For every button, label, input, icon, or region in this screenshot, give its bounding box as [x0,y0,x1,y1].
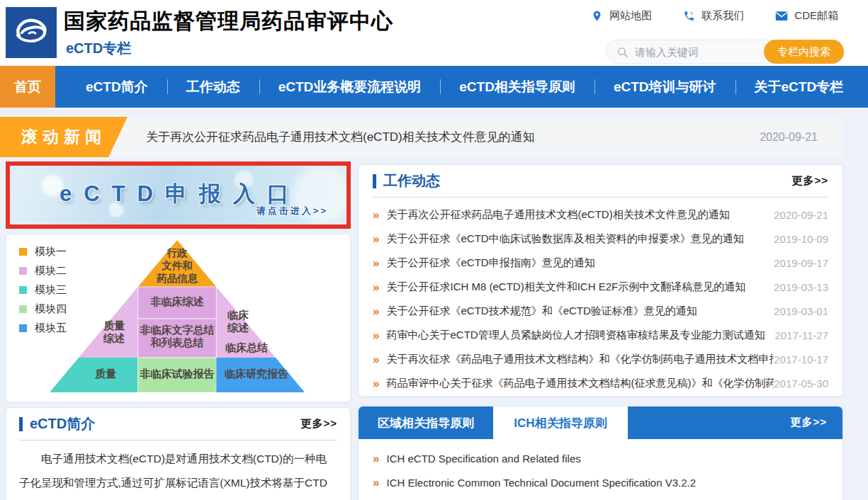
nav-item[interactable]: eCTD简介 [67,66,167,108]
news-list-item[interactable]: » 关于公开征求《eCTD申报指南》意见的通知 2019-09-17 [373,251,828,275]
intro-panel-header: eCTD简介 更多>> [19,408,337,441]
pyramid-block-clinical-summary: 临床总结 [225,341,268,354]
news-panel-title: 工作动态 [383,171,440,191]
site-title: 国家药品监督管理局药品审评中心 [64,7,393,36]
cde-logo [6,7,57,58]
mailbox-label: CDE邮箱 [794,9,838,23]
cde-logo-icon [11,12,52,53]
legend-label: 模块一 [35,245,67,258]
contact-label: 联系我们 [701,9,744,23]
ticker-headline[interactable]: 关于再次公开征求药品电子通用技术文档(eCTD)相关技术文件意见的通知 [146,129,535,145]
sitemap-link[interactable]: 网站地图 [591,9,652,23]
news-item-date: 2017-11-27 [774,329,828,341]
legend-item: 模块二 [19,261,67,280]
nav-item[interactable]: eCTD相关指导原则 [440,66,594,108]
news-list-item[interactable]: » 关于公开征求《eCTD中临床试验数据库及相关资料的申报要求》意见的通知 20… [373,227,828,251]
work-news-panel: 工作动态 更多>> » 关于再次公开征求药品电子通用技术文档(eCTD)相关技术… [358,164,843,397]
legend-swatch [19,267,27,275]
search-input[interactable] [635,46,762,58]
arrow-bullet-icon: » [373,477,379,489]
right-column: 工作动态 更多>> » 关于再次公开征求药品电子通用技术文档(eCTD)相关技术… [358,164,843,500]
nav-item[interactable]: eCTD培训与研讨 [594,66,735,108]
news-item-title[interactable]: 关于再次公开征求药品电子通用技术文档(eCTD)相关技术文件意见的通知 [386,208,774,222]
contact-link[interactable]: 联系我们 [683,9,744,23]
pyramid-block-nonclinical-overview: 非临床综述 [151,295,204,308]
legend-item: 模块一 [19,242,67,261]
news-list-item[interactable]: » 药品审评中心关于征求《药品电子通用技术文档结构(征求意见稿)》和《化学仿制药… [373,371,828,395]
news-list-item[interactable]: » 药审中心关于eCTD管理人员紧缺岗位人才招聘资格审核结果及专业能力测试通知 … [373,323,828,347]
intro-paragraph: 电子通用技术文档(eCTD)是对通用技术文档(CTD)的一种电子化呈现和管理方式… [19,441,337,500]
tab-regional-guidelines[interactable]: 区域相关指导原则 [359,407,493,439]
legend-swatch [19,324,27,332]
news-list-item[interactable]: » 关于再次公开征求药品电子通用技术文档(eCTD)相关技术文件意见的通知 20… [373,203,828,227]
legend-swatch [19,248,27,256]
ectd-submission-banner[interactable]: eCTD申报入口 请点击进入>> [6,161,351,229]
guideline-item-title[interactable]: ICH eCTD Specification and Related files [386,453,580,465]
news-item-date: 2019-03-13 [774,281,828,293]
site-subtitle: eCTD专栏 [66,39,131,58]
pyramid-block-quality: 质量 [95,368,116,380]
legend-item: 模块四 [19,300,67,319]
ticker-date: 2020-09-21 [760,131,818,144]
guideline-list-item[interactable]: » ICH Electronic Common Technical Docume… [373,470,828,494]
nav-item-home[interactable]: 首页 [0,66,55,108]
nav-item[interactable]: eCTD业务概要流程说明 [259,66,441,108]
sitemap-label: 网站地图 [609,9,652,23]
news-item-title[interactable]: 药品审评中心关于征求《药品电子通用技术文档结构(征求意见稿)》和《化学仿制药..… [386,377,774,390]
nav-item[interactable]: 工作动态 [167,66,259,108]
mailbox-link[interactable]: CDE邮箱 [775,9,838,23]
guidelines-list: » ICH eCTD Specification and Related fil… [359,439,842,500]
pyramid-block-quality-overview: 质量 综述 [103,319,125,345]
news-item-date: 2017-10-17 [774,353,828,365]
banner-cta[interactable]: 请点击进入>> [257,205,328,217]
intro-more-link[interactable]: 更多>> [300,417,337,431]
search-icon [616,46,629,58]
legend-item: 模块五 [19,319,67,338]
legend-swatch [19,286,27,294]
arrow-bullet-icon: » [373,353,379,365]
news-item-title[interactable]: 关于公开征求《eCTD申报指南》意见的通知 [386,256,774,270]
tab-ich-guidelines[interactable]: ICH相关指导原则 [493,407,628,439]
news-list-item[interactable]: » 关于公开征求《eCTD技术规范》和《eCTD验证标准》意见的通知 2019-… [373,299,828,323]
nav-item[interactable]: 关于eCTD专栏 [735,66,863,108]
legend-item: 模块三 [19,280,67,300]
news-item-title[interactable]: 关于公开征求ICH M8 (eCTD)相关文件和ICH E2F示例中文翻译稿意见… [386,280,774,294]
news-list-item[interactable]: » 关于公开征求ICH M8 (eCTD)相关文件和ICH E2F示例中文翻译稿… [373,275,828,299]
pyramid-legend: 模块一 模块二 模块三 模块四 [19,242,67,338]
news-list-item[interactable]: » 关于再次征求《药品电子通用技术文档结构》和《化学仿制药电子通用技术文档申报指… [373,347,828,371]
news-more-link[interactable]: 更多>> [791,174,828,188]
pyramid-block-nonclinical-summary: 非临床文字总结 和列表总结 [140,324,215,349]
news-item-title[interactable]: 关于公开征求《eCTD中临床试验数据库及相关资料的申报要求》意见的通知 [386,232,774,246]
legend-label: 模块四 [35,302,67,316]
ctd-pyramid-panel: 模块一 模块二 模块三 模块四 [6,234,351,402]
mail-icon [775,11,788,21]
pyramid-block-clinical-reports: 临床研究报告 [225,368,288,380]
news-item-title[interactable]: 药审中心关于eCTD管理人员紧缺岗位人才招聘资格审核结果及专业能力测试通知 [386,329,774,342]
legend-label: 模块五 [35,322,67,335]
news-panel-header: 工作动态 更多>> [373,165,828,198]
news-item-title[interactable]: 关于公开征求《eCTD技术规范》和《eCTD验证标准》意见的通知 [386,305,774,318]
ctd-pyramid-diagram: 行政 文件和 药品信息 非临床综述 质量 综述 非临床文字总结 和列表总结 临床… [25,239,329,396]
legend-label: 模块二 [35,264,67,278]
search-button[interactable]: 专栏内搜索 [764,40,844,64]
ticker-label: 滚动新闻 [0,117,128,157]
guideline-list-item[interactable]: » ICH The eCTD Backbone File Specificati… [373,494,828,500]
news-item-date: 2019-09-17 [774,257,828,269]
guidelines-more-link[interactable]: 更多>> [790,416,827,429]
news-item-title[interactable]: 关于再次征求《药品电子通用技术文档结构》和《化学仿制药电子通用技术文档申报指..… [386,353,774,366]
guideline-item-title[interactable]: ICH Electronic Common Technical Document… [386,477,696,489]
phone-icon [683,10,695,22]
arrow-bullet-icon: » [373,329,379,341]
legend-swatch [19,305,27,313]
arrow-bullet-icon: » [373,233,379,245]
guidelines-tabbar: 区域相关指导原则 ICH相关指导原则 更多>> [359,407,842,439]
guideline-list-item[interactable]: » ICH eCTD Specification and Related fil… [373,446,828,470]
site-header: 国家药品监督管理局药品审评中心 eCTD专栏 网站地图 联系我们 CDE邮箱 专… [0,0,868,66]
news-item-date: 2019-10-09 [774,233,828,245]
news-ticker: 滚动新闻 关于再次公开征求药品电子通用技术文档(eCTD)相关技术文件意见的通知… [0,117,843,157]
arrow-bullet-icon: » [373,377,379,390]
nav-items: eCTD简介工作动态eCTD业务概要流程说明eCTD相关指导原则eCTD培训与研… [55,66,862,108]
intro-panel-title: eCTD简介 [30,414,95,433]
main-nav: 首页 eCTD简介工作动态eCTD业务概要流程说明eCTD相关指导原则eCTD培… [0,66,868,108]
news-item-date: 2020-09-21 [774,209,828,221]
